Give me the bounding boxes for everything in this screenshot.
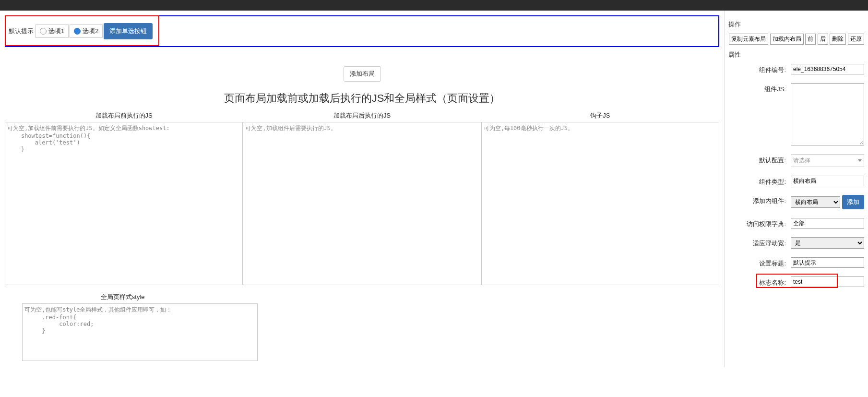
add-layout-button[interactable]: 添加布局 xyxy=(344,66,381,82)
float-width-select[interactable]: 是 xyxy=(791,237,864,249)
prop-label: 标志名称: xyxy=(728,277,791,287)
radio-option-2[interactable]: 选项2 xyxy=(70,24,103,38)
prop-label: 组件类型: xyxy=(728,176,791,186)
prop-default-config: 默认配置: 请选择 xyxy=(728,154,864,167)
js-after-col: 加载布局后执行的JS xyxy=(243,109,481,285)
radio-icon xyxy=(74,28,81,35)
permission-dict-input[interactable] xyxy=(791,218,864,229)
layout-editor-row: 默认提示 选项1 选项2 添加单选按钮 xyxy=(5,15,719,47)
chevron-down-icon xyxy=(858,159,862,162)
add-radio-button[interactable]: 添加单选按钮 xyxy=(104,23,153,39)
selected-layout-container[interactable]: 默认提示 选项1 选项2 添加单选按钮 xyxy=(5,15,719,47)
component-id-input[interactable] xyxy=(791,64,864,74)
global-style-textarea[interactable] xyxy=(22,303,258,361)
prop-permission-dict: 访问权限字典: xyxy=(728,218,864,229)
add-inner-select[interactable]: 横向布局 xyxy=(791,196,840,208)
flag-name-input[interactable] xyxy=(791,277,864,287)
global-style-section: 全局页样式style xyxy=(5,291,240,362)
left-panel: 默认提示 选项1 选项2 添加单选按钮 添加布局 页面布局加载前或加载后执行的J… xyxy=(0,11,724,367)
copy-layout-button[interactable]: 复制元素布局 xyxy=(729,34,768,45)
prop-set-title: 设置标题: xyxy=(728,257,864,268)
move-front-button[interactable]: 前 xyxy=(805,34,816,45)
move-back-button[interactable]: 后 xyxy=(818,34,828,45)
prop-label: 设置标题: xyxy=(728,257,791,268)
js-columns: 加载布局前执行的JS 加载布局后执行的JS 钩子JS xyxy=(5,109,719,285)
main-container: 默认提示 选项1 选项2 添加单选按钮 添加布局 页面布局加载前或加载后执行的J… xyxy=(0,11,868,367)
prop-label: 添加内组件: xyxy=(728,195,791,205)
js-after-textarea[interactable] xyxy=(243,122,481,285)
prop-float-width: 适应浮动宽: 是 xyxy=(728,237,864,249)
actions-row: 复制元素布局 加载内布局 前 后 删除 还原 xyxy=(728,34,864,45)
default-config-select[interactable]: 请选择 xyxy=(791,154,864,167)
component-type-input[interactable] xyxy=(791,176,864,186)
radio-group-title: 默认提示 xyxy=(9,27,34,36)
js-after-header: 加载布局后执行的JS xyxy=(243,109,481,122)
prop-component-type: 组件类型: xyxy=(728,176,864,186)
load-inner-layout-button[interactable]: 加载内布局 xyxy=(770,34,804,45)
prop-label: 组件编号: xyxy=(728,64,791,74)
js-hook-col: 钩子JS xyxy=(481,109,719,285)
radio-option-1[interactable]: 选项1 xyxy=(36,24,69,38)
properties-title: 属性 xyxy=(728,50,864,59)
prop-label: 默认配置: xyxy=(728,154,791,165)
prop-add-inner: 添加内组件: 横向布局 添加 xyxy=(728,195,864,209)
restore-button[interactable]: 还原 xyxy=(848,34,864,45)
js-hook-textarea[interactable] xyxy=(481,122,719,285)
delete-button[interactable]: 删除 xyxy=(830,34,846,45)
add-inner-button[interactable]: 添加 xyxy=(842,195,864,209)
prop-component-id: 组件编号: xyxy=(728,64,864,74)
radio-label: 选项1 xyxy=(48,27,64,36)
js-hook-header: 钩子JS xyxy=(481,109,719,122)
global-style-header: 全局页样式style xyxy=(5,291,240,303)
prop-flag-name: 标志名称: xyxy=(728,277,864,287)
prop-component-js: 组件JS: xyxy=(728,83,864,145)
add-layout-row: 添加布局 xyxy=(5,66,719,82)
operations-title: 操作 xyxy=(728,20,864,29)
prop-label: 访问权限字典: xyxy=(728,218,791,229)
radio-icon xyxy=(40,28,47,35)
js-before-header: 加载布局前执行的JS xyxy=(5,109,243,122)
component-js-textarea[interactable] xyxy=(791,83,864,145)
page-settings-title: 页面布局加载前或加载后执行的JS和全局样式（页面设置） xyxy=(5,91,719,106)
js-before-col: 加载布局前执行的JS xyxy=(5,109,243,285)
prop-label: 适应浮动宽: xyxy=(728,237,791,248)
top-bar xyxy=(0,0,868,11)
select-placeholder: 请选择 xyxy=(793,156,810,165)
js-before-textarea[interactable] xyxy=(5,122,243,285)
set-title-input[interactable] xyxy=(791,257,864,268)
radio-label: 选项2 xyxy=(83,27,98,36)
prop-label: 组件JS: xyxy=(728,83,791,94)
right-panel: 操作 复制元素布局 加载内布局 前 后 删除 还原 属性 组件编号: 组件JS:… xyxy=(724,11,868,367)
